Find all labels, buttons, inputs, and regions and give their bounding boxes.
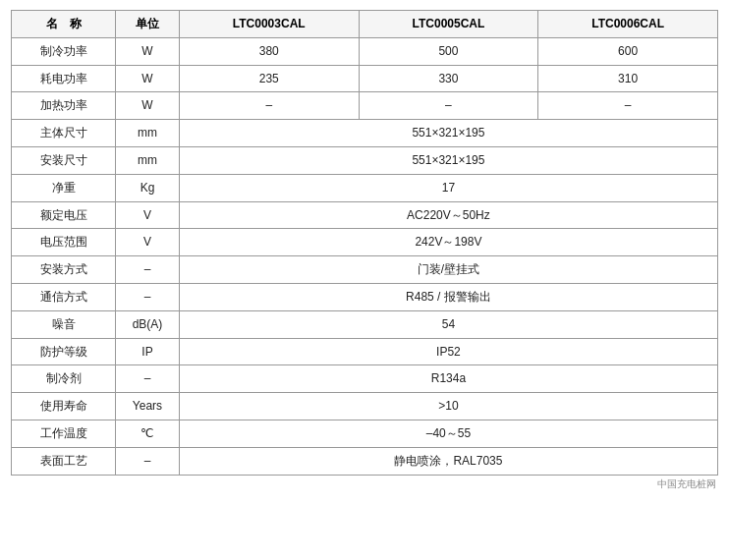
cell-name: 通信方式 (12, 283, 116, 310)
table-container: 名 称 单位 LTC0003CAL LTC0005CAL LTC0006CAL … (11, 10, 718, 491)
cell-unit: Kg (116, 174, 180, 201)
cell-unit: W (116, 37, 180, 65)
cell-span-value: 17 (179, 174, 717, 201)
table-header-row: 名 称 单位 LTC0003CAL LTC0005CAL LTC0006CAL (12, 11, 718, 38)
table-row: 制冷剂–R134a (12, 365, 718, 393)
watermark-label: 中国充电桩网 (11, 477, 718, 491)
cell-unit: Years (116, 393, 180, 420)
cell-ltc5: 330 (359, 65, 538, 92)
table-row: 防护等级IPIP52 (12, 338, 718, 365)
table-row: 制冷功率W380500600 (12, 37, 718, 65)
cell-name: 电压范围 (12, 229, 116, 256)
cell-ltc6: 310 (538, 65, 718, 92)
cell-unit: mm (116, 146, 180, 174)
cell-name: 加热功率 (12, 92, 116, 120)
page-wrapper: 名 称 单位 LTC0003CAL LTC0005CAL LTC0006CAL … (11, 10, 718, 491)
cell-span-value: 54 (179, 310, 717, 338)
cell-unit: – (116, 447, 180, 475)
cell-ltc3: – (179, 92, 359, 120)
cell-unit: ℃ (116, 420, 180, 447)
table-row: 加热功率W––– (12, 92, 718, 120)
table-row: 工作温度℃–40～55 (12, 420, 718, 447)
cell-ltc6: 600 (538, 37, 718, 65)
cell-name: 防护等级 (12, 338, 116, 365)
cell-unit: – (116, 283, 180, 310)
cell-unit: W (116, 65, 180, 92)
cell-unit: – (116, 365, 180, 393)
table-row: 安装方式–门装/壁挂式 (12, 256, 718, 284)
header-ltc6: LTC0006CAL (538, 11, 718, 38)
table-row: 使用寿命Years>10 (12, 393, 718, 420)
cell-span-value: 静电喷涂，RAL7035 (179, 447, 717, 475)
cell-ltc5: – (359, 92, 538, 120)
cell-span-value: AC220V～50Hz (179, 201, 717, 229)
cell-ltc5: 500 (359, 37, 538, 65)
cell-unit: mm (116, 120, 180, 147)
cell-span-value: 242V～198V (179, 229, 717, 256)
table-row: 表面工艺–静电喷涂，RAL7035 (12, 447, 718, 475)
table-row: 通信方式–R485 / 报警输出 (12, 283, 718, 310)
cell-ltc3: 380 (179, 37, 359, 65)
cell-span-value: 551×321×195 (179, 146, 717, 174)
cell-span-value: 门装/壁挂式 (179, 256, 717, 284)
cell-unit: IP (116, 338, 180, 365)
cell-ltc3: 235 (179, 65, 359, 92)
header-ltc5: LTC0005CAL (359, 11, 538, 38)
table-row: 额定电压VAC220V～50Hz (12, 201, 718, 229)
header-ltc3: LTC0003CAL (179, 11, 359, 38)
cell-span-value: R134a (179, 365, 717, 393)
cell-name: 工作温度 (12, 420, 116, 447)
table-row: 耗电功率W235330310 (12, 65, 718, 92)
header-unit: 单位 (116, 11, 180, 38)
cell-span-value: –40～55 (179, 420, 717, 447)
cell-name: 噪音 (12, 310, 116, 338)
cell-ltc6: – (538, 92, 718, 120)
cell-name: 使用寿命 (12, 393, 116, 420)
table-row: 主体尺寸mm551×321×195 (12, 120, 718, 147)
cell-name: 制冷剂 (12, 365, 116, 393)
cell-name: 安装尺寸 (12, 146, 116, 174)
cell-name: 额定电压 (12, 201, 116, 229)
cell-name: 表面工艺 (12, 447, 116, 475)
cell-span-value: R485 / 报警输出 (179, 283, 717, 310)
header-name: 名 称 (12, 11, 116, 38)
cell-name: 主体尺寸 (12, 120, 116, 147)
cell-unit: V (116, 201, 180, 229)
cell-unit: V (116, 229, 180, 256)
table-row: 电压范围V242V～198V (12, 229, 718, 256)
cell-unit: W (116, 92, 180, 120)
cell-name: 净重 (12, 174, 116, 201)
cell-unit: dB(A) (116, 310, 180, 338)
cell-span-value: IP52 (179, 338, 717, 365)
cell-span-value: >10 (179, 393, 717, 420)
table-row: 安装尺寸mm551×321×195 (12, 146, 718, 174)
spec-table: 名 称 单位 LTC0003CAL LTC0005CAL LTC0006CAL … (11, 10, 718, 476)
cell-span-value: 551×321×195 (179, 120, 717, 147)
cell-name: 制冷功率 (12, 37, 116, 65)
table-row: 噪音dB(A)54 (12, 310, 718, 338)
table-row: 净重Kg17 (12, 174, 718, 201)
cell-name: 安装方式 (12, 256, 116, 284)
cell-unit: – (116, 256, 180, 284)
cell-name: 耗电功率 (12, 65, 116, 92)
